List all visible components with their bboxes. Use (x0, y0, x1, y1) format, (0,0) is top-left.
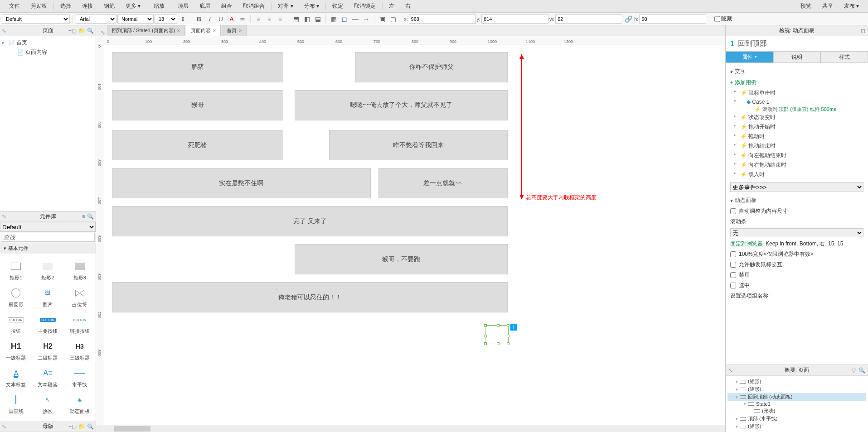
lib-dynamicpanel[interactable]: ◈动态面板 (64, 391, 96, 418)
text-color-icon[interactable]: A (227, 14, 237, 24)
menu-pen[interactable]: 钢笔 (99, 0, 119, 12)
collapse-lib-icon[interactable]: ⤡ (2, 213, 6, 220)
search-icon[interactable]: 🔍 (87, 28, 94, 34)
lib-hline[interactable]: 水平线 (64, 364, 96, 391)
lib-image[interactable]: 🖼图片 (32, 284, 63, 311)
italic-icon[interactable]: I (205, 14, 215, 24)
fit-checkbox[interactable] (730, 208, 736, 214)
lib-link-button[interactable]: BUTTON链接按钮 (64, 311, 96, 337)
menu-distribute[interactable]: 分布 ▾ (300, 0, 324, 12)
close-icon[interactable]: × (213, 28, 216, 34)
inner-icon[interactable]: ▢ (388, 14, 398, 24)
master-search-icon[interactable]: 🔍 (87, 423, 94, 430)
menu-group[interactable]: 组合 (217, 0, 237, 12)
outline-item[interactable]: ▾顶部 (水平线) (727, 415, 866, 422)
coord-h[interactable] (639, 14, 706, 24)
lib-vline[interactable]: 垂直线 (0, 391, 32, 418)
outline-search-icon[interactable]: 🔍 (858, 367, 865, 374)
lib-h2[interactable]: H2二级标题 (32, 337, 63, 364)
outer-icon[interactable]: ▣ (377, 14, 387, 24)
outline-item[interactable]: ▾(矩形) (727, 385, 866, 393)
dp-section[interactable]: ▾动态面板 (730, 195, 863, 206)
menu-clipboard[interactable]: 剪贴板 (26, 0, 52, 12)
more-events-select[interactable]: 更多事件>>> (730, 182, 863, 192)
lib-rect1[interactable]: 矩形1 (0, 257, 32, 284)
disable-checkbox[interactable] (730, 272, 736, 278)
menu-bottom[interactable]: 底层 (195, 0, 215, 12)
lib-h1[interactable]: H1一级标题 (0, 337, 32, 364)
case1[interactable]: ◆ Case 1 (733, 98, 863, 106)
library-preset[interactable]: Default (0, 222, 96, 232)
event-swipeleft[interactable]: ⚡ 向左拖动结束时 (733, 151, 863, 160)
menu-align[interactable]: 对齐 ▾ (273, 0, 297, 12)
lib-ellipse[interactable]: 椭圆形 (0, 284, 32, 311)
arrow-icon[interactable]: ↔ (361, 14, 371, 24)
tab-props[interactable]: 属性• (726, 51, 773, 63)
library-search[interactable] (1, 233, 95, 242)
canvas-rect[interactable]: 嗯嗯~~俺去放了个大，师父就不见了 (295, 90, 508, 120)
weight-select[interactable]: Normal (117, 14, 154, 24)
lib-paragraph[interactable]: A≡文本段落 (32, 364, 63, 391)
stroke-icon[interactable]: ◻ (339, 14, 349, 24)
align-center-icon[interactable]: ≡ (264, 14, 274, 24)
outline-item[interactable]: ▾(矩形) (727, 378, 866, 385)
coord-w[interactable] (555, 14, 622, 24)
filter-icon[interactable]: ▽ (852, 367, 856, 374)
horizontal-scrollbar[interactable] (96, 425, 725, 432)
lib-placeholder[interactable]: 占位符 (64, 284, 96, 311)
add-master-icon[interactable]: +▢ (68, 423, 77, 430)
event-dragstart[interactable]: ⚡ 拖动开始时 (733, 122, 863, 132)
scroll-select[interactable]: 无 (730, 228, 863, 237)
select-checkbox[interactable] (730, 283, 736, 288)
line-icon[interactable]: — (350, 14, 360, 24)
size-select[interactable]: 13 (155, 14, 177, 24)
menu-publish[interactable]: 发布 ▾ (839, 0, 863, 12)
tab-state1[interactable]: 回到顶部 / State1 (页面内容)× (107, 25, 185, 36)
close-icon[interactable]: × (177, 28, 180, 34)
bold-icon[interactable]: B (194, 14, 204, 24)
pin-link[interactable]: 固定到浏览器 (730, 240, 763, 248)
valign-mid-icon[interactable]: ◧ (302, 14, 312, 24)
canvas-rect[interactable]: 死肥猪 (112, 130, 283, 160)
outline-item[interactable]: ▾State1 (727, 401, 866, 407)
add-case-link[interactable]: 添加用例 (735, 79, 756, 86)
canvas-rect[interactable]: 实在是憋不住啊 (112, 168, 371, 198)
event-click[interactable]: ⚡ 鼠标单击时 (733, 88, 863, 98)
coord-y[interactable] (481, 14, 548, 24)
font-updown-icon[interactable]: ⇕ (178, 14, 188, 24)
menu-preview[interactable]: 预览 (796, 0, 816, 12)
canvas-rect[interactable]: 俺老猪可以忍住的！！ (112, 282, 508, 312)
font-select[interactable]: Arial (76, 14, 116, 24)
menu-connect[interactable]: 连接 (78, 0, 97, 12)
lib-search-icon[interactable]: 🔍 (87, 213, 94, 220)
action-scrollto[interactable]: ⚡ 滚动到 顶部 (仅垂直) 线性 500ms (733, 106, 863, 113)
lib-primary-button[interactable]: BUTTON主要按钮 (32, 311, 63, 337)
valign-bot-icon[interactable]: ⬓ (313, 14, 323, 24)
lib-menu-icon[interactable]: ≡ (82, 213, 85, 220)
valign-top-icon[interactable]: ⬒ (291, 14, 301, 24)
tab-notes[interactable]: 说明 (773, 51, 821, 63)
menu-more[interactable]: 更多 ▾ (121, 0, 145, 12)
selection-box[interactable] (485, 325, 509, 344)
interaction-section[interactable]: ▾交互 (730, 66, 863, 77)
menu-share[interactable]: 共享 (818, 0, 838, 12)
menu-ungroup[interactable]: 取消组合 (238, 0, 269, 12)
canvas-rect[interactable]: 完了 又来了 (112, 206, 508, 236)
menu-right[interactable]: 右 (401, 0, 415, 12)
coord-x[interactable] (409, 14, 476, 24)
lib-rect2[interactable]: 矩形2 (32, 257, 63, 284)
fill-icon[interactable]: ▦ (329, 14, 339, 24)
library-category[interactable]: ▾基本元件 (0, 243, 96, 254)
event-drag[interactable]: ⚡ 拖动时 (733, 132, 863, 141)
page-child[interactable]: 📄页面内容 (2, 48, 94, 57)
tab-content[interactable]: 页面内容× (186, 25, 221, 36)
event-dragend[interactable]: ⚡ 拖动结束时 (733, 141, 863, 151)
tab-collapse-icon[interactable]: ⤡ (99, 29, 107, 36)
style-preset[interactable]: Default (2, 14, 70, 24)
menu-top[interactable]: 顶层 (173, 0, 193, 12)
text-format-icon[interactable]: ≣ (238, 14, 247, 24)
align-right-icon[interactable]: ≡ (275, 14, 285, 24)
canvas-rect[interactable]: 猴哥，不要跑 (295, 244, 508, 274)
menu-lock[interactable]: 锁定 (328, 0, 348, 12)
tab-home[interactable]: 首页× (222, 25, 247, 36)
